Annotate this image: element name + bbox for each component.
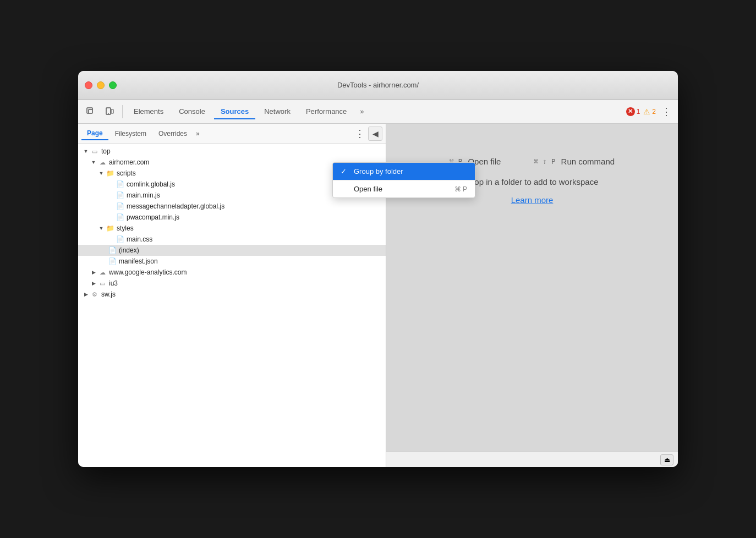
titlebar: DevTools - airhorner.com/ <box>78 71 678 100</box>
html-icon-index: 📄 <box>108 246 117 255</box>
tab-elements[interactable]: Elements <box>127 104 170 119</box>
tree-item-main-css[interactable]: 📄 main.css <box>78 234 386 245</box>
svg-point-3 <box>108 113 109 114</box>
main-toolbar: Elements Console Sources Network Perform… <box>78 100 678 124</box>
css-icon-main: 📄 <box>116 235 124 244</box>
close-button[interactable] <box>85 81 92 89</box>
label-top: top <box>101 147 111 155</box>
bottom-bar: ⏏ <box>386 452 678 467</box>
frame-icon-iu3: ▭ <box>98 279 107 288</box>
tree-item-manifest[interactable]: 📄 manifest.json <box>78 256 386 267</box>
json-icon-manifest: 📄 <box>108 257 117 266</box>
error-icon: ✕ <box>626 107 635 116</box>
arrow-iu3 <box>90 280 97 287</box>
context-dropdown-menu: ✓ Group by folder Open file ⌘ P <box>332 162 475 198</box>
sub-tabs-bar: Page Filesystem Overrides » ⋮ ◀ <box>78 124 386 144</box>
arrow-styles <box>98 225 105 232</box>
window-title: DevTools - airhorner.com/ <box>337 81 419 89</box>
dropdown-label-group-by-folder: Group by folder <box>354 167 403 175</box>
cloud-icon-ga: ☁ <box>98 268 107 277</box>
dropdown-label-open-file: Open file <box>354 185 382 193</box>
tree-item-google-analytics[interactable]: ☁ www.google-analytics.com <box>78 267 386 278</box>
run-command-action: ⌘ ⇧ P Run command <box>534 157 615 166</box>
tree-item-top[interactable]: ▭ top <box>78 146 386 157</box>
tab-filesystem[interactable]: Filesystem <box>109 128 152 140</box>
more-options-button[interactable]: ⋮ <box>659 106 673 118</box>
frame-icon-top: ▭ <box>90 147 99 156</box>
more-sub-tabs-button[interactable]: » <box>194 129 202 139</box>
learn-more-link[interactable]: Learn more <box>511 195 554 205</box>
tab-console[interactable]: Console <box>172 104 212 119</box>
tab-overrides[interactable]: Overrides <box>153 128 193 140</box>
arrow-scripts <box>98 170 105 177</box>
js-icon-pwacompat: 📄 <box>116 213 124 222</box>
inspect-icon[interactable] <box>83 103 99 120</box>
sub-tab-menu-button[interactable]: ⋮ <box>355 129 365 139</box>
tree-item-msgchan[interactable]: 📄 messagechanneladapter.global.js <box>78 201 386 212</box>
run-command-shortcut-display: ⌘ ⇧ P <box>534 157 555 166</box>
left-panel: Page Filesystem Overrides » ⋮ ◀ ▭ top <box>78 124 386 467</box>
tab-performance[interactable]: Performance <box>299 104 353 119</box>
svg-rect-0 <box>87 108 92 113</box>
eject-button[interactable]: ⏏ <box>660 454 673 465</box>
label-scripts: scripts <box>117 169 136 177</box>
minimize-button[interactable] <box>97 81 105 89</box>
sub-tabs-right: ⋮ ◀ <box>355 127 382 141</box>
warning-icon: ⚠ <box>643 107 650 116</box>
arrow-airhorner <box>90 159 97 166</box>
arrow-top <box>83 148 89 155</box>
tree-item-styles[interactable]: 📁 styles <box>78 223 386 234</box>
label-styles: styles <box>117 224 134 232</box>
maximize-button[interactable] <box>109 81 117 89</box>
warning-count: ⚠ 2 <box>643 107 656 116</box>
tab-network[interactable]: Network <box>258 104 297 119</box>
label-iu3: iu3 <box>109 279 118 287</box>
arrow-sw <box>83 291 89 298</box>
label-airhorner: airhorner.com <box>109 158 149 166</box>
label-sw: sw.js <box>101 290 116 298</box>
dropdown-item-open-file[interactable]: Open file ⌘ P <box>333 180 475 197</box>
arrow-google-analytics <box>90 269 97 276</box>
tab-sources[interactable]: Sources <box>214 104 255 119</box>
device-icon[interactable] <box>101 103 118 120</box>
toolbar-separator <box>122 105 123 118</box>
label-manifest: manifest.json <box>119 257 158 265</box>
check-icon-group-by-folder: ✓ <box>341 167 349 175</box>
devtools-window: DevTools - airhorner.com/ Elements Conso… <box>78 71 678 467</box>
tree-item-sw[interactable]: ⚙ sw.js <box>78 289 386 300</box>
dropdown-item-group-by-folder[interactable]: ✓ Group by folder <box>333 163 475 180</box>
toolbar-right: ✕ 1 ⚠ 2 ⋮ <box>626 106 673 118</box>
cloud-icon-airhorner: ☁ <box>98 158 107 167</box>
js-icon-main: 📄 <box>116 191 124 200</box>
tab-page[interactable]: Page <box>81 127 108 140</box>
label-pwacompat: pwacompat.min.js <box>127 213 179 221</box>
main-area: Page Filesystem Overrides » ⋮ ◀ ▭ top <box>78 124 678 467</box>
js-icon-msgchan: 📄 <box>116 202 124 211</box>
more-tabs-button[interactable]: » <box>355 105 368 118</box>
panel-toggle-button[interactable]: ◀ <box>368 127 382 141</box>
error-count: ✕ 1 <box>626 107 640 116</box>
folder-icon-styles: 📁 <box>106 224 114 233</box>
tree-item-pwacompat[interactable]: 📄 pwacompat.min.js <box>78 212 386 223</box>
label-msgchan: messagechanneladapter.global.js <box>127 202 224 210</box>
traffic-lights <box>85 81 117 89</box>
tree-item-iu3[interactable]: ▭ iu3 <box>78 278 386 289</box>
label-index: (index) <box>119 246 139 254</box>
gear-icon-sw: ⚙ <box>90 290 99 299</box>
folder-icon-scripts: 📁 <box>106 169 114 178</box>
js-icon-comlink: 📄 <box>116 180 124 189</box>
svg-rect-2 <box>111 109 113 113</box>
open-file-shortcut: ⌘ P <box>454 185 467 193</box>
tree-item-index[interactable]: 📄 (index) <box>78 245 386 256</box>
label-google-analytics: www.google-analytics.com <box>109 268 187 276</box>
label-comlink: comlink.global.js <box>127 180 175 188</box>
label-main-css: main.css <box>127 235 152 243</box>
run-command-text: Run command <box>561 157 615 166</box>
label-main-min: main.min.js <box>127 191 160 199</box>
